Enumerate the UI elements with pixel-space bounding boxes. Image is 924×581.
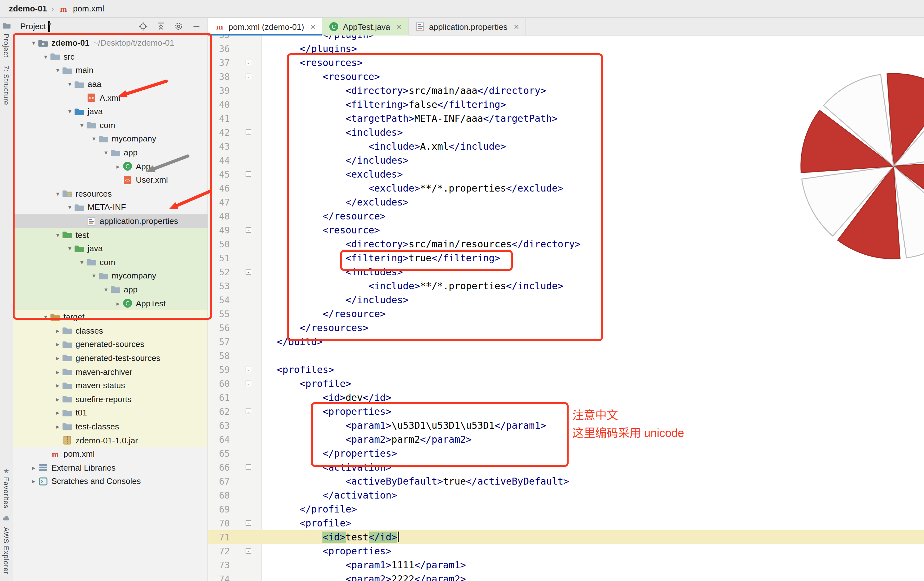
tree-item-t01[interactable]: ▸t01 [13, 406, 208, 420]
code-line-53[interactable]: 53 <include>**/*.properties</include> [208, 279, 924, 293]
toolwindow-aws-button[interactable]: AWS Explorer [0, 512, 13, 578]
chevron-down-icon[interactable]: ▾ [41, 53, 50, 60]
tree-item-pom-xml[interactable]: mpom.xml [13, 447, 208, 461]
fold-marker-icon[interactable]: - [246, 74, 251, 79]
chevron-right-icon[interactable]: ▸ [29, 464, 38, 471]
code-line-37[interactable]: 37- <resources> [208, 56, 924, 70]
code-line-36[interactable]: 36 </plugins> [208, 42, 924, 56]
chevron-down-icon[interactable]: ▾ [78, 259, 86, 266]
code-line-74[interactable]: 74 <param2>2222</param2> [208, 572, 924, 581]
code-line-47[interactable]: 47 </excludes> [208, 195, 924, 209]
chevron-right-icon[interactable]: ▸ [53, 327, 62, 334]
settings-gear-icon[interactable] [174, 21, 183, 31]
tree-item-external-libraries[interactable]: ▸External Libraries [13, 461, 208, 474]
chevron-down-icon[interactable]: ▾ [89, 272, 98, 280]
tree-item-com[interactable]: ▾com [13, 118, 208, 132]
code-line-64[interactable]: 64 <param2>parm2</param2> [208, 433, 924, 446]
code-line-58[interactable]: 58 [208, 349, 924, 363]
code-line-54[interactable]: 54 </includes> [208, 293, 924, 307]
tree-item-maven-archiver[interactable]: ▸maven-archiver [13, 365, 208, 379]
code-line-46[interactable]: 46 <exclude>**/*.properties</exclude> [208, 181, 924, 195]
tab-pom-xml-zdemo-01[interactable]: mpom.xml (zdemo-01)× [208, 18, 323, 36]
tree-item-java[interactable]: ▾java [13, 105, 208, 118]
chevron-down-icon[interactable]: ▾ [53, 190, 62, 197]
tree-item-generated-test-sources[interactable]: ▸generated-test-sources [13, 351, 208, 365]
tree-item-apptest[interactable]: ▸CAppTest [13, 296, 208, 310]
code-line-68[interactable]: 68 </activation> [208, 489, 924, 502]
code-line-35[interactable]: 35 </plugin> [208, 36, 924, 42]
code-line-56[interactable]: 56 </resources> [208, 321, 924, 335]
tab-application-properties[interactable]: application.properties× [409, 18, 526, 36]
code-line-73[interactable]: 73 <param1>1111</param1> [208, 558, 924, 572]
code-line-39[interactable]: 39 <directory>src/main/aaa</directory> [208, 84, 924, 98]
chevron-down-icon[interactable]: ▾ [78, 122, 86, 129]
code-line-43[interactable]: 43 <include>A.xml</include> [208, 140, 924, 153]
hide-panel-button[interactable] [191, 21, 201, 31]
tree-item-mycompany[interactable]: ▾mycompany [13, 132, 208, 146]
tree-item-scratches-and-consoles[interactable]: ▸Scratches and Consoles [13, 474, 208, 488]
chevron-down-icon[interactable]: ▾ [65, 81, 74, 87]
code-line-62[interactable]: 62- <properties> [208, 405, 924, 419]
tree-item-zdemo-01[interactable]: ▾zdemo-01~/Desktop/t/zdemo-01 [13, 36, 208, 50]
fold-marker-icon[interactable]: - [246, 129, 251, 135]
chevron-right-icon[interactable]: ▸ [53, 423, 62, 430]
code-line-61[interactable]: 61 <id>dev</id> [208, 391, 924, 405]
tree-item-target[interactable]: ▾target [13, 310, 208, 324]
tree-item-com[interactable]: ▾com [13, 255, 208, 269]
chevron-right-icon[interactable]: ▸ [53, 355, 62, 362]
tree-item-maven-status[interactable]: ▸maven-status [13, 379, 208, 392]
tree-item-app[interactable]: ▾app [13, 283, 208, 296]
fold-marker-icon[interactable]: - [246, 520, 251, 526]
code-line-38[interactable]: 38- <resource> [208, 70, 924, 84]
chevron-down-icon[interactable]: ▾ [53, 67, 62, 74]
locate-file-button[interactable] [139, 21, 148, 31]
tree-item-zdemo-01-1-0-jar[interactable]: zdemo-01-1.0.jar [13, 433, 208, 447]
code-line-42[interactable]: 42- <includes> [208, 125, 924, 140]
tree-item-mycompany[interactable]: ▾mycompany [13, 269, 208, 283]
code-line-57[interactable]: 57 </build> [208, 335, 924, 349]
code-line-41[interactable]: 41 <targetPath>META-INF/aaa</targetPath> [208, 112, 924, 125]
tree-item-app[interactable]: ▾app [13, 146, 208, 160]
tree-item-classes[interactable]: ▸classes [13, 324, 208, 337]
chevron-right-icon[interactable]: ▸ [114, 163, 122, 170]
tree-item-user-xml[interactable]: <>User.xml [13, 173, 208, 187]
tree-item-a-xml[interactable]: <>A.xml [13, 91, 208, 105]
toolwindow-project-button[interactable]: Project [0, 18, 13, 61]
tree-item-src[interactable]: ▾src [13, 50, 208, 63]
tree-item-surefire-reports[interactable]: ▸surefire-reports [13, 392, 208, 406]
chevron-down-icon[interactable]: ▾ [65, 245, 74, 252]
code-line-45[interactable]: 45- <excludes> [208, 168, 924, 181]
toolwindow-structure-button[interactable]: 7: Structure [0, 61, 13, 109]
fold-marker-icon[interactable]: - [246, 380, 251, 386]
code-line-67[interactable]: 67 <activeByDefault>true</activeByDefaul… [208, 474, 924, 489]
fold-marker-icon[interactable]: - [246, 548, 251, 554]
code-line-52[interactable]: 52- <includes> [208, 265, 924, 279]
chevron-right-icon[interactable]: ▸ [114, 300, 122, 307]
chevron-down-icon[interactable]: ▾ [41, 313, 50, 320]
chevron-down-icon[interactable]: ▾ [29, 40, 38, 47]
chevron-right-icon[interactable]: ▸ [53, 395, 62, 402]
fold-marker-icon[interactable]: - [246, 464, 251, 470]
tree-item-aaa[interactable]: ▾aaa [13, 77, 208, 91]
fold-marker-icon[interactable]: - [246, 367, 251, 372]
code-line-70[interactable]: 70- <profile> [208, 516, 924, 530]
chevron-down-icon[interactable]: ▾ [53, 231, 62, 238]
chevron-right-icon[interactable]: ▸ [53, 410, 62, 416]
tree-item-application-properties[interactable]: application.properties [13, 214, 208, 228]
code-line-50[interactable]: 50 <directory>src/main/resources</direct… [208, 237, 924, 251]
tree-item-app[interactable]: ▸CApp [13, 160, 208, 173]
code-line-55[interactable]: 55 </resource> [208, 307, 924, 321]
fold-marker-icon[interactable]: - [246, 269, 251, 275]
tree-item-generated-sources[interactable]: ▸generated-sources [13, 337, 208, 351]
chevron-right-icon[interactable]: ▸ [53, 382, 62, 389]
code-line-71[interactable]: 71 <id>test</id> [208, 530, 924, 544]
code-line-65[interactable]: 65 </properties> [208, 446, 924, 461]
tab-apptest-java[interactable]: CAppTest.java× [323, 18, 409, 36]
close-icon[interactable]: × [514, 21, 519, 32]
code-line-63[interactable]: 63 <param1>\u53D1\u53D1\u53D1</param1> [208, 419, 924, 433]
fold-marker-icon[interactable]: - [246, 59, 251, 65]
code-line-66[interactable]: 66- <activation> [208, 461, 924, 474]
chevron-down-icon[interactable]: ▾ [65, 108, 74, 115]
close-icon[interactable]: × [397, 21, 402, 32]
tree-item-meta-inf[interactable]: ▾META-INF [13, 201, 208, 214]
